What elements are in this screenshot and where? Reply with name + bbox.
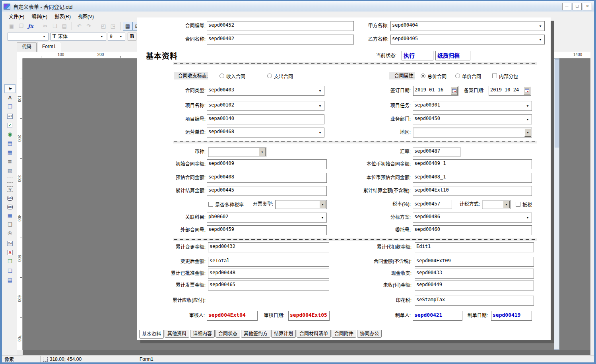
copy-icon[interactable]: ❑ bbox=[50, 22, 60, 31]
exchange-rate-input[interactable]: sepd00487 bbox=[413, 147, 460, 157]
toolbox-cursor-icon[interactable]: ➤ bbox=[4, 84, 16, 93]
toolbox-radiobutton-icon[interactable]: ◉ bbox=[3, 130, 17, 139]
tab-settlement-plan[interactable]: 结算计划 bbox=[271, 330, 296, 338]
toolbox-image-icon[interactable]: ▧ bbox=[3, 167, 17, 175]
settled-amount-notax-input[interactable]: sepd004Ext10 bbox=[413, 186, 532, 196]
tab-form1[interactable]: Form1 bbox=[37, 42, 61, 52]
dropdown-button[interactable]: ▼ bbox=[319, 201, 326, 208]
toolbox-detail-list-icon[interactable]: ▤ bbox=[3, 276, 17, 285]
bring-to-front-icon[interactable]: ◰ bbox=[99, 22, 108, 31]
toolbox-book-icon[interactable]: ❒ bbox=[3, 257, 17, 266]
tab-details[interactable]: 详细内容 bbox=[190, 330, 215, 338]
invoice-type-combobox[interactable]: ▼ bbox=[275, 200, 327, 209]
date-picker-button[interactable] bbox=[524, 87, 530, 95]
contract-type-combobox[interactable]: sepd00403▼ bbox=[207, 86, 324, 96]
dropdown-button[interactable]: ▼ bbox=[259, 148, 266, 156]
font-combobox[interactable]: T 宋体 ▼ bbox=[50, 33, 106, 41]
party-a-combobox[interactable]: sepd00404▼ bbox=[390, 21, 545, 31]
project-no-input[interactable]: sepa00140 bbox=[207, 114, 324, 124]
maximize-button[interactable]: □ bbox=[573, 3, 582, 10]
tab-other-signers[interactable]: 其他签约方 bbox=[241, 330, 270, 338]
radio-unit-price-contract[interactable]: 单价合同 bbox=[455, 72, 481, 79]
status-exec-box[interactable]: 执行 bbox=[402, 51, 433, 60]
toolbox-page-panel-icon[interactable]: ❏ bbox=[3, 220, 17, 229]
menu-view[interactable]: 视图(V) bbox=[74, 12, 97, 20]
grid-toggle-icon[interactable]: ▦ bbox=[123, 22, 132, 31]
toolbox-panel-icon[interactable]: ❐ bbox=[3, 103, 17, 111]
outstanding-amount-input[interactable]: sepd00449 bbox=[415, 281, 534, 290]
undo-icon[interactable]: ↶ bbox=[74, 22, 84, 31]
operating-unit-combobox[interactable]: sepd00468▼ bbox=[207, 128, 324, 137]
project-name-combobox[interactable]: sepa00102▼ bbox=[207, 101, 324, 111]
radio-income-contract[interactable]: 收入合同 bbox=[219, 72, 245, 79]
currency-combobox[interactable]: ▼ bbox=[208, 147, 266, 157]
approved-total-input[interactable]: sepd00448 bbox=[208, 269, 329, 279]
radio-expense-contract[interactable]: 支出合同 bbox=[267, 72, 293, 79]
toolbox-richtext-icon[interactable]: A bbox=[3, 248, 17, 257]
amount-notax-input[interactable]: sepd004Ext09 bbox=[415, 257, 534, 267]
cash-flow-input[interactable]: sepd00433 bbox=[415, 269, 534, 279]
font-size-combobox[interactable]: 9 ▼ bbox=[108, 33, 125, 41]
region-combobox[interactable]: ▼ bbox=[413, 128, 532, 137]
prepare-date-input[interactable]: sepd00419 bbox=[491, 311, 532, 321]
tab-contract-status[interactable]: 合同状态 bbox=[215, 330, 240, 338]
toolbox-masked-edit-icon[interactable]: ab bbox=[3, 202, 17, 211]
object-selector-combobox[interactable]: ▼ bbox=[8, 33, 49, 41]
party-b-combobox[interactable]: sepd00405▼ bbox=[390, 35, 545, 45]
contract-name-input[interactable]: sepd00402 bbox=[207, 35, 354, 45]
stamp-tax-input[interactable]: seStampTax bbox=[415, 296, 534, 306]
amount-after-change-input[interactable]: seTotal bbox=[208, 257, 329, 267]
menu-edit[interactable]: 编辑(E) bbox=[28, 12, 51, 20]
contract-no-input[interactable]: sepd00452 bbox=[207, 21, 354, 31]
toolbox-grid-icon[interactable]: ▦ bbox=[3, 211, 17, 220]
toolbox-shape-icon[interactable] bbox=[3, 176, 17, 184]
related-subject-combobox[interactable]: pb00602▼ bbox=[207, 213, 327, 223]
estimated-amount-input[interactable]: sepd00408 bbox=[207, 173, 327, 183]
initial-amount-base-input[interactable]: sepd00409_1 bbox=[413, 159, 532, 169]
dropdown-button[interactable]: ▼ bbox=[524, 128, 531, 137]
menu-report[interactable]: 报表(R) bbox=[51, 12, 74, 20]
project-task-combobox[interactable]: sepa00301▼ bbox=[413, 101, 532, 111]
toolbox-document-icon[interactable]: ❏ bbox=[3, 267, 17, 275]
toolbox-label-icon[interactable]: A bbox=[3, 93, 17, 102]
dropdown-button[interactable]: ▼ bbox=[503, 201, 510, 208]
radio-total-price-contract[interactable]: 总价合同 bbox=[421, 72, 447, 79]
menu-file[interactable]: 文件(F) bbox=[5, 12, 28, 20]
settled-amount-input[interactable]: sepd00445 bbox=[207, 186, 327, 196]
redo-icon[interactable]: ↷ bbox=[84, 22, 93, 31]
bold-button[interactable]: B bbox=[128, 33, 136, 41]
function-icon[interactable]: ƒx bbox=[26, 22, 35, 31]
record-date-input[interactable]: 2019-10-24 bbox=[489, 86, 531, 96]
toolbox-xy-panel-icon[interactable]: xy bbox=[3, 184, 17, 193]
external-contract-no-input[interactable]: sepd00459 bbox=[207, 225, 327, 235]
close-button[interactable]: × bbox=[583, 3, 592, 10]
toolbox-datepicker-icon[interactable]: ▦ bbox=[3, 148, 17, 157]
toolbox-checkbox-icon[interactable]: ✔ bbox=[3, 121, 17, 130]
entrust-no-input[interactable]: sepd00460 bbox=[413, 225, 532, 235]
toolbox-oa-icon[interactable]: OA bbox=[3, 239, 17, 248]
send-to-back-icon[interactable]: ◳ bbox=[108, 22, 118, 31]
bid-scheme-combobox[interactable]: sepd00486▼ bbox=[413, 213, 532, 223]
minimize-button[interactable]: ─ bbox=[562, 3, 571, 10]
title-bar[interactable]: 自定义表单 - 合同登记.ctd ─ □ × bbox=[2, 1, 594, 12]
scrollbar-thumb[interactable] bbox=[555, 59, 559, 147]
invoiced-total-input[interactable]: sepd00465 bbox=[208, 281, 329, 290]
cut-icon[interactable]: ✂ bbox=[41, 22, 50, 31]
checkbox-internal-subcontract[interactable]: 内部分包 bbox=[492, 72, 518, 79]
toolbox-edit-icon[interactable]: ab bbox=[3, 194, 17, 202]
toolbox-textbox-icon[interactable]: abl bbox=[3, 112, 17, 120]
tab-collaboration[interactable]: 协同办公 bbox=[357, 330, 382, 338]
estimated-amount-base-input[interactable]: sepd00408_1 bbox=[413, 173, 532, 183]
paste-icon[interactable]: ▤ bbox=[60, 22, 69, 31]
save-icon[interactable]: ▣ bbox=[7, 22, 16, 31]
tab-code[interactable]: 代码 bbox=[17, 43, 37, 52]
changed-total-input[interactable]: sepd00432 bbox=[208, 242, 329, 252]
toolbox-combobox-icon[interactable]: ▤ bbox=[3, 139, 17, 148]
checkbox-tax-deduction[interactable]: 抵税 bbox=[516, 201, 532, 208]
status-archive-box[interactable]: 纸质归档 bbox=[435, 51, 470, 60]
tax-method-combobox[interactable]: ▼ bbox=[482, 200, 511, 209]
toolbox-attachment-icon[interactable]: ✇ bbox=[3, 229, 17, 238]
toolbox-memo-icon[interactable]: ≣ bbox=[3, 157, 17, 166]
initial-amount-input[interactable]: sepd00409 bbox=[207, 159, 327, 169]
tab-material-list[interactable]: 合同材料清单 bbox=[297, 330, 331, 338]
